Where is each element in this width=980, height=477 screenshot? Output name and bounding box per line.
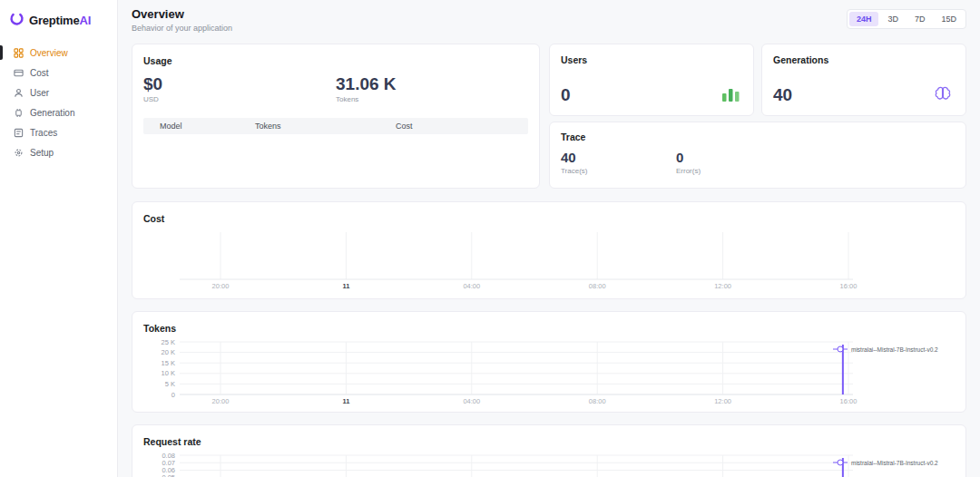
usage-stats: $0 USD 31.06 K Tokens (143, 75, 528, 103)
usage-card: Usage $0 USD 31.06 K Tokens Model Tokens… (132, 44, 540, 189)
users-value: 0 (561, 86, 742, 105)
trace-count-stat: 40 Trace(s) (561, 151, 676, 175)
chip-icon (13, 107, 24, 118)
grid-icon (13, 47, 24, 58)
gear-icon (13, 147, 24, 158)
stat-cards-row: Users 0 Generations 40 (549, 44, 966, 116)
page-subtitle: Behavior of your application (132, 24, 232, 33)
usage-amount: $0 (143, 75, 336, 94)
tokens-chart-card: Tokens 25 K20 K15 K10 K5 K020:001104:000… (132, 311, 966, 413)
svg-text:04:00: 04:00 (463, 282, 480, 290)
trace-count-label: Trace(s) (561, 167, 676, 175)
sidebar-item-cost[interactable]: Cost (0, 63, 117, 83)
sidebar-item-overview[interactable]: Overview (0, 43, 117, 63)
svg-text:11: 11 (342, 282, 349, 290)
summary-right-column: Users 0 Generations 40 (549, 44, 966, 189)
brand-name: GreptimeAI (29, 14, 91, 27)
sidebar-item-label: User (30, 88, 49, 98)
usage-card-title: Usage (143, 55, 528, 66)
request-rate-chart-card: Request rate 0.080.070.060.050.040.030.0… (132, 424, 966, 477)
usage-cost-stat: $0 USD (143, 75, 336, 103)
traces-list-icon (13, 127, 24, 138)
cost-chart: 20:001104:0008:0012:0016:00 (143, 229, 955, 292)
svg-text:16:00: 16:00 (840, 397, 858, 405)
cost-chart-title: Cost (143, 213, 955, 224)
range-button-24h[interactable]: 24H (849, 12, 879, 26)
page-title: Overview (132, 7, 232, 21)
usage-amount-unit: USD (143, 95, 336, 103)
svg-text:11: 11 (342, 397, 349, 405)
sidebar-item-user[interactable]: User (0, 83, 117, 102)
svg-text:20:00: 20:00 (212, 397, 230, 405)
svg-text:08:00: 08:00 (589, 397, 606, 405)
sidebar-item-traces[interactable]: Traces (0, 122, 117, 142)
sidebar-item-label: Cost (30, 68, 49, 78)
generations-value: 40 (773, 86, 955, 105)
svg-text:mistralai--Mistral-7B-Instruct: mistralai--Mistral-7B-Instruct-v0.2 (851, 460, 938, 466)
sidebar-item-generation[interactable]: Generation (0, 102, 117, 122)
svg-text:04:00: 04:00 (463, 397, 480, 405)
svg-text:10 K: 10 K (162, 369, 175, 377)
generations-card: Generations 40 (761, 44, 966, 116)
trace-card: Trace 40 Trace(s) 0 Error(s) (549, 122, 966, 189)
users-card-title: Users (561, 54, 742, 65)
brand-logo[interactable]: GreptimeAI (0, 7, 117, 43)
sidebar: GreptimeAI Overview Cost (0, 0, 118, 477)
cost-chart-card: Cost 20:001104:0008:0012:0016:00 (132, 201, 966, 299)
sidebar-item-label: Setup (30, 148, 54, 158)
usage-col-cost: Cost (396, 122, 528, 131)
sidebar-item-label: Traces (30, 128, 57, 138)
user-icon (13, 87, 24, 98)
svg-text:5 K: 5 K (165, 380, 175, 388)
svg-text:16:00: 16:00 (840, 282, 858, 290)
brain-icon (931, 84, 955, 106)
usage-col-tokens: Tokens (255, 122, 396, 131)
main-content: Overview Behavior of your application 24… (118, 0, 980, 477)
range-button-3d[interactable]: 3D (880, 12, 906, 26)
sidebar-item-label: Overview (30, 48, 68, 58)
greptime-logo-icon (9, 11, 24, 30)
error-count: 0 (676, 151, 791, 166)
svg-text:12:00: 12:00 (714, 397, 731, 405)
range-button-15d[interactable]: 15D (934, 12, 964, 26)
request-rate-chart-title: Request rate (143, 436, 955, 447)
users-card: Users 0 (549, 44, 754, 116)
request-rate-chart: 0.080.070.060.050.040.030.020.01020:0011… (143, 452, 955, 477)
sidebar-item-setup[interactable]: Setup (0, 142, 117, 162)
summary-row: Usage $0 USD 31.06 K Tokens Model Tokens… (132, 44, 966, 189)
svg-text:mistralai--Mistral-7B-Instruct: mistralai--Mistral-7B-Instruct-v0.2 (851, 346, 938, 353)
usage-tokens-unit: Tokens (336, 95, 528, 103)
svg-text:0: 0 (172, 391, 175, 399)
page-header: Overview Behavior of your application 24… (132, 7, 966, 33)
range-button-7d[interactable]: 7D (907, 12, 933, 26)
app-root: GreptimeAI Overview Cost (0, 0, 980, 477)
error-count-stat: 0 Error(s) (676, 151, 791, 175)
svg-text:20:00: 20:00 (212, 282, 230, 290)
cost-card-icon (13, 67, 24, 78)
sidebar-nav: Overview Cost User (0, 43, 117, 162)
tokens-chart-title: Tokens (143, 323, 955, 334)
page-header-text: Overview Behavior of your application (132, 7, 232, 33)
tokens-chart: 25 K20 K15 K10 K5 K020:001104:0008:0012:… (143, 338, 955, 407)
generations-card-title: Generations (773, 54, 955, 65)
trace-card-title: Trace (561, 131, 955, 142)
svg-text:25 K: 25 K (162, 338, 175, 346)
time-range-selector: 24H 3D 7D 15D (847, 9, 966, 29)
svg-text:15 K: 15 K (162, 359, 175, 367)
trace-count: 40 (561, 151, 676, 166)
svg-text:0.05: 0.05 (162, 473, 175, 477)
usage-table-header: Model Tokens Cost (143, 118, 528, 134)
usage-tokens-stat: 31.06 K Tokens (336, 75, 528, 103)
svg-text:12:00: 12:00 (714, 282, 731, 290)
trace-stats: 40 Trace(s) 0 Error(s) (561, 151, 955, 175)
usage-tokens: 31.06 K (336, 75, 528, 94)
error-count-label: Error(s) (676, 167, 791, 175)
green-bars-icon (720, 86, 742, 106)
usage-col-model: Model (160, 122, 255, 131)
svg-text:20 K: 20 K (162, 348, 175, 356)
sidebar-item-label: Generation (30, 108, 74, 118)
svg-text:08:00: 08:00 (589, 282, 606, 290)
